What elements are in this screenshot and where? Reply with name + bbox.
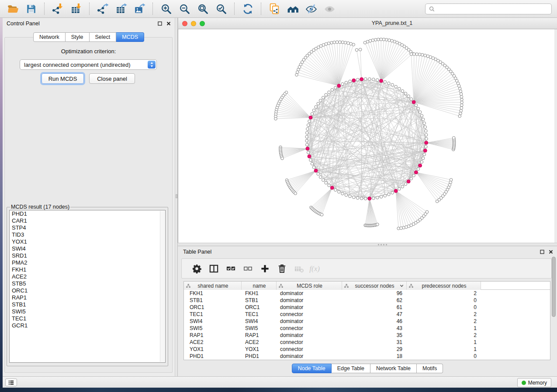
- zoom-fit-button[interactable]: [195, 1, 210, 16]
- show-all-button[interactable]: [322, 1, 337, 16]
- cell-successor-nodes: 62: [342, 297, 407, 304]
- export-image-button[interactable]: [132, 1, 147, 16]
- table-row[interactable]: STB1STB1dominator620: [184, 297, 550, 304]
- neighbor-search-button[interactable]: [285, 1, 300, 16]
- column-header-shared-name[interactable]: shared name: [184, 282, 242, 290]
- export-network-button[interactable]: [95, 1, 110, 16]
- new-network-from-selection-button[interactable]: [267, 1, 282, 16]
- open-file-button[interactable]: [5, 1, 20, 16]
- network-canvas[interactable]: [178, 29, 554, 243]
- mcds-result-item[interactable]: STP4: [10, 224, 165, 231]
- mcds-result-item[interactable]: FKH1: [10, 266, 165, 273]
- table-row[interactable]: SWI4SWI4dominator462: [184, 318, 550, 325]
- control-panel-titlebar: Control Panel: [3, 18, 175, 29]
- tab-edge-table[interactable]: Edge Table: [332, 364, 370, 373]
- table-row[interactable]: RAP1RAP1dominator352: [184, 332, 550, 339]
- mcds-result-item[interactable]: PMA2: [10, 259, 165, 266]
- split-panel-button[interactable]: [206, 261, 221, 276]
- main-toolbar: [0, 0, 557, 18]
- cell-successor-nodes: 43: [342, 325, 407, 332]
- save-session-button[interactable]: [24, 1, 38, 16]
- table-row[interactable]: PHD1PHD1dominator180: [184, 353, 550, 360]
- tab-network[interactable]: Network: [33, 32, 66, 42]
- delete-table-button[interactable]: [291, 261, 307, 276]
- import-table-button[interactable]: [69, 1, 83, 16]
- cell-name: RAP1: [242, 332, 277, 339]
- search-icon: [429, 6, 435, 12]
- vertical-splitter[interactable]: [175, 18, 178, 376]
- horizontal-splitter[interactable]: [178, 243, 557, 246]
- mcds-result-item[interactable]: SWI5: [10, 308, 165, 315]
- table-row[interactable]: ORC1ORC1dominator610: [184, 304, 550, 311]
- column-header-predecessor-nodes[interactable]: predecessor nodes: [407, 282, 481, 290]
- delete-column-button[interactable]: [274, 261, 290, 276]
- table-header: shared namenameMCDS rolesuccessor nodesp…: [184, 282, 550, 290]
- run-mcds-button[interactable]: Run MCDS: [42, 73, 84, 84]
- result-list-scrollbar[interactable]: [160, 211, 165, 362]
- tab-network-table[interactable]: Network Table: [370, 364, 417, 373]
- cell-name: SWI5: [242, 325, 277, 332]
- column-header-name[interactable]: name: [242, 282, 277, 290]
- mcds-tab-content: Optimization criterion: largest connecte…: [4, 37, 173, 373]
- import-network-button[interactable]: [50, 1, 65, 16]
- add-column-button[interactable]: [257, 261, 273, 276]
- control-panel: Control Panel NetworkStyleSelectMCDS Opt…: [3, 18, 175, 376]
- search-input[interactable]: [437, 6, 548, 12]
- close-panel-button[interactable]: Close panel: [89, 73, 135, 84]
- mcds-result-item[interactable]: STB5: [10, 280, 165, 287]
- mcds-result-item[interactable]: RAP1: [10, 294, 165, 301]
- apply-layout-button[interactable]: [240, 1, 255, 16]
- table-panel-titlebar: Table Panel: [178, 246, 557, 258]
- mcds-result-item[interactable]: ACE2: [10, 273, 165, 280]
- close-panel-icon-button[interactable]: [166, 21, 171, 26]
- zoom-out-button[interactable]: [177, 1, 192, 16]
- mcds-result-title: MCDS result (17 nodes): [10, 204, 70, 210]
- table-row[interactable]: SWI5SWI5connector431: [184, 325, 550, 332]
- cell-shared-name: ORC1: [184, 304, 242, 311]
- column-header-mcds-role[interactable]: MCDS role: [277, 282, 342, 290]
- select-stepper-icon: [148, 61, 156, 69]
- optimization-criterion-select[interactable]: largest connected component (undirected): [20, 59, 157, 70]
- hide-columns-button[interactable]: [240, 261, 256, 276]
- cell-shared-name: STB1: [184, 297, 242, 304]
- mcds-result-item[interactable]: SRD1: [10, 252, 165, 259]
- tab-node-table[interactable]: Node Table: [292, 364, 332, 373]
- mcds-result-item[interactable]: CAR1: [10, 217, 165, 224]
- mcds-result-item[interactable]: YOX1: [10, 238, 165, 245]
- task-history-button[interactable]: [5, 378, 17, 386]
- cell-predecessor-nodes: 2: [407, 290, 481, 297]
- float-table-panel-button[interactable]: [540, 249, 545, 254]
- table-row[interactable]: YOX1YOX1connector291: [184, 346, 550, 353]
- mcds-result-item[interactable]: GCR1: [10, 322, 165, 329]
- close-table-panel-button[interactable]: [548, 249, 554, 254]
- network-window-title: YPA_prune.txt_1: [178, 20, 557, 26]
- hide-selected-button[interactable]: [304, 1, 318, 16]
- column-header-successor-nodes[interactable]: successor nodes: [342, 282, 407, 290]
- show-columns-button[interactable]: [223, 261, 239, 276]
- mcds-result-item[interactable]: PHD1: [10, 210, 165, 217]
- mcds-result-item[interactable]: STB1: [10, 301, 165, 308]
- zoom-in-button[interactable]: [159, 1, 173, 16]
- table-row[interactable]: ACE2ACE2connector311: [184, 339, 550, 346]
- tab-style[interactable]: Style: [66, 32, 90, 42]
- table-settings-button[interactable]: [189, 261, 204, 276]
- cell-predecessor-nodes: 1: [407, 325, 481, 332]
- tab-motifs[interactable]: Motifs: [417, 364, 443, 373]
- function-builder-button[interactable]: f(x): [308, 261, 324, 276]
- memory-button[interactable]: Memory: [517, 378, 551, 387]
- float-panel-button[interactable]: [157, 21, 163, 26]
- table-row[interactable]: FKH1FKH1dominator962: [184, 290, 550, 297]
- table-scrollbar-thumb[interactable]: [552, 257, 556, 317]
- cell-name: TEC1: [242, 311, 277, 318]
- table-body: FKH1FKH1dominator962STB1STB1dominator620…: [184, 290, 550, 360]
- search-box[interactable]: [425, 3, 552, 14]
- mcds-result-item[interactable]: TID3: [10, 231, 165, 238]
- zoom-selected-button[interactable]: [214, 1, 228, 16]
- table-row[interactable]: TEC1TEC1connector472: [184, 311, 550, 318]
- tab-mcds[interactable]: MCDS: [116, 32, 144, 42]
- mcds-result-item[interactable]: SWI4: [10, 245, 165, 252]
- tab-select[interactable]: Select: [90, 32, 117, 42]
- export-table-button[interactable]: [114, 1, 128, 16]
- mcds-result-item[interactable]: TEC1: [10, 315, 165, 322]
- mcds-result-item[interactable]: ORC1: [10, 287, 165, 294]
